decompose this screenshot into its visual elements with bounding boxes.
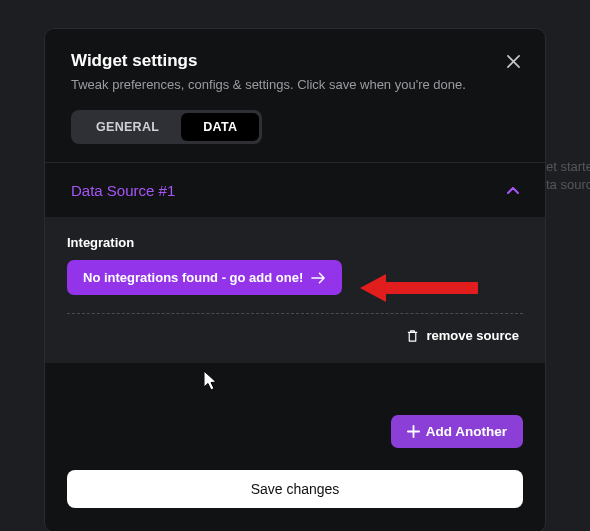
trash-icon [406, 329, 419, 343]
tab-data[interactable]: DATA [181, 113, 259, 141]
close-button[interactable] [501, 49, 525, 73]
tab-general[interactable]: GENERAL [74, 113, 181, 141]
save-button[interactable]: Save changes [67, 470, 523, 508]
add-another-button[interactable]: Add Another [391, 415, 523, 448]
data-source-header[interactable]: Data Source #1 [45, 163, 545, 217]
add-integration-label: No integrations found - go add one! [83, 270, 303, 285]
add-another-label: Add Another [426, 424, 507, 439]
data-source-panel: Integration No integrations found - go a… [45, 217, 545, 363]
modal-subtitle: Tweak preferences, configs & settings. C… [71, 77, 519, 92]
chevron-up-icon [507, 181, 519, 199]
close-icon [507, 55, 520, 68]
integration-label: Integration [67, 235, 523, 250]
tab-group: GENERAL DATA [71, 110, 262, 144]
widget-settings-modal: Widget settings Tweak preferences, confi… [44, 28, 546, 531]
modal-header: Widget settings Tweak preferences, confi… [45, 29, 545, 162]
background-hint-text: et started ta source [546, 158, 590, 194]
remove-source-label: remove source [427, 328, 520, 343]
plus-icon [407, 425, 420, 438]
remove-source-button[interactable]: remove source [67, 314, 523, 347]
modal-title: Widget settings [71, 51, 519, 71]
add-integration-button[interactable]: No integrations found - go add one! [67, 260, 342, 295]
arrow-right-icon [311, 272, 326, 284]
data-source-title: Data Source #1 [71, 182, 175, 199]
modal-footer: Add Another Save changes [45, 363, 545, 531]
